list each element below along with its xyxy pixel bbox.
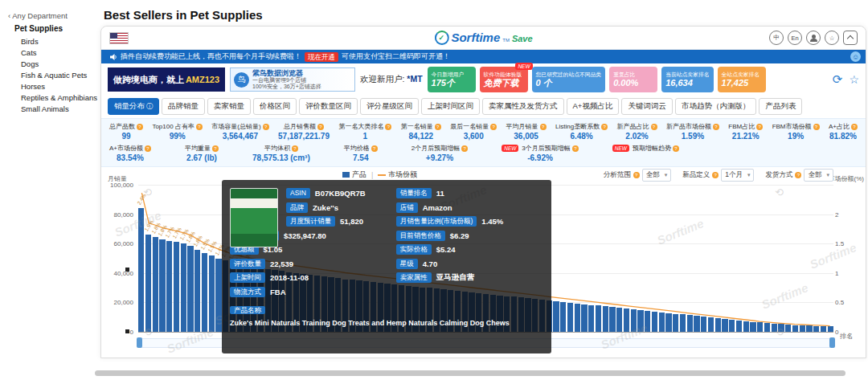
sales-bar[interactable] bbox=[138, 208, 144, 332]
sales-bar[interactable] bbox=[624, 308, 629, 332]
help-icon[interactable]: ? bbox=[540, 124, 547, 130]
tab-销量分布[interactable]: 销量分布ⓘ bbox=[108, 98, 159, 115]
tab-关键词词云[interactable]: 关键词词云 bbox=[621, 98, 673, 115]
help-icon[interactable]: ? bbox=[385, 124, 391, 130]
sales-bar[interactable] bbox=[616, 308, 622, 332]
message-icon[interactable]: ☺ bbox=[850, 51, 861, 62]
tab-品牌销量[interactable]: 品牌销量 bbox=[162, 98, 205, 115]
help-icon[interactable]: ? bbox=[795, 172, 801, 178]
help-icon[interactable]: ? bbox=[490, 124, 497, 130]
stat-chip[interactable]: 全站点卖家排名17,425 bbox=[718, 67, 766, 92]
sales-bar[interactable] bbox=[187, 246, 193, 332]
sidebar-item[interactable]: Cats bbox=[21, 47, 98, 59]
sales-bar[interactable] bbox=[708, 317, 714, 332]
sales-bar[interactable] bbox=[687, 315, 693, 332]
sales-bar[interactable] bbox=[609, 307, 615, 332]
notice-highlight-button[interactable]: 现在开通 bbox=[305, 52, 338, 62]
sales-bar[interactable] bbox=[194, 250, 200, 332]
tab-产品列表[interactable]: 产品列表 bbox=[759, 98, 802, 115]
sales-bar[interactable] bbox=[145, 235, 151, 332]
help-icon[interactable]: ? bbox=[712, 172, 719, 178]
sales-bar[interactable] bbox=[553, 301, 559, 332]
sales-bar[interactable] bbox=[813, 326, 819, 332]
help-icon[interactable]: ? bbox=[651, 124, 657, 130]
legend-line[interactable]: 市场份额 bbox=[378, 170, 417, 180]
sales-bar[interactable] bbox=[715, 318, 721, 332]
sales-bar[interactable] bbox=[828, 326, 833, 332]
refresh-icon[interactable]: ⟳ bbox=[833, 72, 843, 87]
tab-价格区间[interactable]: 价格区间 bbox=[253, 98, 297, 115]
sales-bar[interactable] bbox=[637, 310, 643, 332]
sales-bar[interactable] bbox=[673, 314, 678, 333]
sales-bar[interactable] bbox=[181, 243, 186, 332]
vertical-zoom-handle-top[interactable] bbox=[125, 268, 129, 272]
sales-bar[interactable] bbox=[806, 325, 812, 332]
sidebar-item[interactable]: Reptiles & Amphibians bbox=[21, 92, 98, 104]
user-icon[interactable] bbox=[806, 31, 821, 45]
sales-bar[interactable] bbox=[736, 321, 742, 332]
favorite-icon[interactable]: ☆ bbox=[825, 31, 839, 45]
sales-bar[interactable] bbox=[603, 306, 608, 332]
help-icon[interactable]: ? bbox=[263, 124, 269, 130]
sales-bar[interactable] bbox=[800, 325, 805, 332]
sidebar-item[interactable]: Small Animals bbox=[21, 104, 98, 115]
help-icon[interactable]: ? bbox=[137, 124, 143, 130]
sales-bar[interactable] bbox=[596, 305, 601, 332]
sidebar-item[interactable]: Fish & Aquatic Pets bbox=[21, 70, 98, 81]
sales-bar[interactable] bbox=[750, 322, 755, 332]
sales-bar[interactable] bbox=[209, 255, 215, 332]
sidebar-item[interactable]: Birds bbox=[21, 36, 98, 47]
sales-bar[interactable] bbox=[821, 326, 826, 332]
sales-bar[interactable] bbox=[645, 311, 650, 332]
stat-chip[interactable]: 您已研究过的站点不同品类0 个 bbox=[532, 67, 606, 92]
sales-bar[interactable] bbox=[665, 313, 671, 332]
tab-卖家属性及发货方式[interactable]: 卖家属性及发货方式 bbox=[482, 98, 564, 115]
help-icon[interactable]: ? bbox=[713, 124, 719, 130]
stat-chip[interactable]: 今日新增用户175个 bbox=[428, 67, 476, 92]
sales-bar[interactable] bbox=[581, 304, 587, 332]
help-icon[interactable]: ? bbox=[572, 145, 579, 152]
language-icon[interactable]: 中 bbox=[769, 31, 784, 45]
sales-bar[interactable] bbox=[159, 239, 165, 332]
filter-select[interactable]: 全部▾ bbox=[804, 169, 833, 182]
sales-bar[interactable] bbox=[215, 259, 221, 333]
filter-select[interactable]: 1个月▾ bbox=[721, 169, 754, 182]
help-icon[interactable]: ? bbox=[435, 124, 441, 130]
stat-chip[interactable]: 当前站点卖家排名16,634 bbox=[661, 67, 713, 92]
sales-bar[interactable] bbox=[792, 325, 798, 332]
help-icon[interactable]: ? bbox=[756, 124, 763, 130]
sales-bar[interactable] bbox=[631, 309, 637, 332]
sidebar-item[interactable]: Dogs bbox=[21, 59, 98, 70]
datazoom-left-handle[interactable] bbox=[137, 337, 142, 348]
help-icon[interactable]: ? bbox=[633, 172, 640, 178]
sales-bar[interactable] bbox=[153, 237, 158, 332]
help-icon[interactable]: ? bbox=[292, 145, 298, 152]
datazoom-right-handle[interactable] bbox=[829, 337, 835, 348]
help-icon[interactable]: ? bbox=[673, 145, 679, 152]
amz123-ad-banner[interactable]: 做跨境电商，就上 AMZ123 bbox=[108, 67, 225, 92]
sales-bar[interactable] bbox=[694, 316, 699, 332]
legend-bar[interactable]: 产品 bbox=[342, 170, 366, 180]
ziniao-ad-banner[interactable]: 鸟 紫鸟数据浏览器 一台电脑管理9个店铺 100%安全，36万+店铺选择 bbox=[230, 67, 355, 92]
sales-bar[interactable] bbox=[743, 321, 749, 332]
help-icon[interactable]: ? bbox=[145, 145, 151, 152]
sales-bar[interactable] bbox=[652, 312, 657, 332]
tab-市场趋势（内测版）[interactable]: 市场趋势（内测版） bbox=[675, 98, 757, 115]
help-icon[interactable]: ? bbox=[461, 145, 468, 152]
sales-bar[interactable] bbox=[202, 253, 207, 332]
tab-评价数量区间[interactable]: 评价数量区间 bbox=[299, 98, 358, 115]
sales-bar[interactable] bbox=[659, 313, 665, 332]
sales-bar[interactable] bbox=[567, 303, 573, 332]
sales-bar[interactable] bbox=[757, 322, 763, 332]
tab-A+视频占比[interactable]: A+视频占比 bbox=[567, 98, 620, 115]
stat-chip[interactable]: 重复占比0.00% bbox=[609, 67, 657, 92]
sales-bar[interactable] bbox=[166, 241, 172, 332]
collapse-panel-icon[interactable] bbox=[843, 31, 858, 45]
sales-bar[interactable] bbox=[772, 324, 777, 332]
sales-bar[interactable] bbox=[778, 324, 784, 332]
filter-select[interactable]: 全部▾ bbox=[642, 169, 672, 182]
help-icon[interactable]: ? bbox=[371, 145, 378, 152]
current-department[interactable]: Pet Supplies bbox=[14, 24, 98, 33]
sales-bar[interactable] bbox=[575, 304, 580, 332]
tab-评分星级区间[interactable]: 评分星级区间 bbox=[360, 98, 419, 115]
